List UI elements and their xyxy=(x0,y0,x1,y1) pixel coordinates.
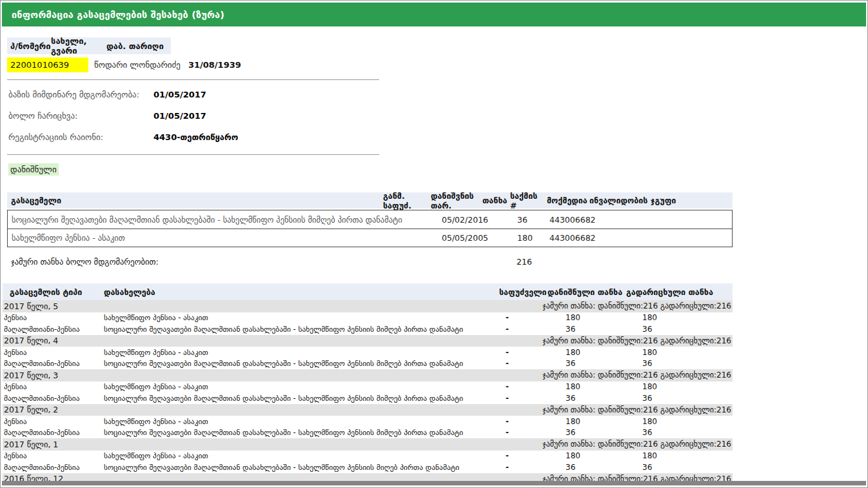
cell-date: 05/02/2016 xyxy=(435,215,504,225)
horizontal-scrollbar[interactable] xyxy=(2,481,866,485)
report-page: ინფორმაცია გასაცემლების შესახებ (ზურა) პ… xyxy=(0,0,868,488)
cell-payable-type: მაღალმთიანი-პენსია xyxy=(3,359,104,368)
cell-name: სოციალური შეღავათები მაღალმთიან დასახლებ… xyxy=(104,325,499,334)
cell-payable-type: პენსია xyxy=(3,451,104,460)
history-table-row: პენსია სახელმწიფო პენსია - ასაკით - 180 … xyxy=(3,312,733,324)
cell-basis: - xyxy=(499,394,547,403)
history-table-row: მაღალმთიანი-პენსია სოციალური შეღავათები … xyxy=(3,358,733,370)
history-table-row: პენსია სახელმწიფო პენსია - ასაკით - 180 … xyxy=(3,347,733,358)
cell-appointed-amount: 36 xyxy=(547,359,626,368)
cell-basis: - xyxy=(499,359,547,368)
person-full-name: წოდარი ლონდარიძე xyxy=(94,60,181,70)
detail-value: 4430-თეთრიწყარო xyxy=(153,132,238,142)
cell-appointed-amount: 180 xyxy=(547,382,626,391)
col-header-assignment-date: დანიშვნის თარ. xyxy=(431,191,482,210)
cell-name: სოციალური შეღავათები მაღალმთიან დასახლებ… xyxy=(104,463,499,472)
history-group-header-row: 2017 წელი, 3 ჯამური თანხა: დანიშნული:216… xyxy=(3,369,733,381)
total-amount: 216 xyxy=(504,257,540,267)
group-period: 2017 წელი, 4 xyxy=(3,336,58,345)
col-header-case-number: საქმის # xyxy=(510,191,547,210)
page-title-bar: ინფორმაცია გასაცემლების შესახებ (ზურა) xyxy=(2,3,866,26)
payment-history-table: გასაცემლის ტიპი დასახელება საფუძველი დან… xyxy=(3,283,733,488)
cell-name: სოციალური შეღავათები მაღალმთიან დასახლებ… xyxy=(104,428,499,437)
cell-transferred-amount: 180 xyxy=(626,451,733,460)
detail-row-last-transfer: ბოლო ჩარიცხვა: 01/05/2017 xyxy=(8,105,867,127)
history-table-row: პენსია სახელმწიფო პენსია - ასაკით - 180 … xyxy=(3,451,733,462)
cell-name: სახელმწიფო პენსია - ასაკით xyxy=(104,382,499,391)
detail-value: 01/05/2017 xyxy=(153,111,206,121)
cell-appointed-amount: 180 xyxy=(547,348,626,357)
details-block: ბაზის მიმდინარე მდგომარეობა: 01/05/2017 … xyxy=(8,84,867,148)
col-header-appointed-amount: დანიშნული თანხა xyxy=(547,287,626,297)
history-group-header-row: 2017 წელი, 5 ჯამური თანხა: დანიშნული:216… xyxy=(3,300,733,312)
detail-label: რეგისტრაციის რაიონი: xyxy=(8,132,153,142)
cell-payable-type: მაღალმთიანი-პენსია xyxy=(3,428,104,437)
cell-transferred-amount: 36 xyxy=(626,325,733,334)
col-header-payable: გასაცემელი xyxy=(7,196,383,205)
cell-basis: - xyxy=(499,451,547,460)
group-period: 2017 წელი, 5 xyxy=(3,301,58,311)
assigned-payments-table: გასაცემელი განმ. საფუძ. დანიშვნის თარ. თ… xyxy=(7,192,733,270)
history-table-row: პენსია სახელმწიფო პენსია - ასაკით - 180 … xyxy=(3,416,733,427)
cell-basis: - xyxy=(499,382,547,391)
assigned-section-badge[interactable]: დანიშნული xyxy=(8,163,59,176)
assigned-table-total-row: ჯამური თანხა ბოლო მდგომარეობით: 216 xyxy=(7,252,733,270)
assigned-table-row: სოციალური შეღავათები მაღალმთიან დასახლებ… xyxy=(8,210,732,229)
cell-appointed-amount: 180 xyxy=(547,313,626,322)
group-summary: ჯამური თანხა: დანიშნული:216 გადარიცხული:… xyxy=(542,440,733,449)
cell-appointed-amount: 36 xyxy=(547,428,626,437)
cell-transferred-amount: 180 xyxy=(626,313,733,322)
group-period: 2017 წელი, 3 xyxy=(3,371,58,380)
cell-case-number: 443006682 xyxy=(541,215,732,225)
col-header-transferred-amount: გადარიცხული თანხა xyxy=(626,287,733,297)
cell-name: სოციალური შეღავათები მაღალმთიან დასახლებ… xyxy=(104,359,499,368)
history-group-header-row: 2017 წელი, 2 ჯამური თანხა: დანიშნული:216… xyxy=(3,404,733,416)
col-header-basis: განმ. საფუძ. xyxy=(383,191,431,210)
cell-appointed-amount: 36 xyxy=(547,463,626,472)
report-content: პ/ნომერი სახელი, გვარი დაბ. თარიღი 22001… xyxy=(1,37,867,488)
cell-payable-type: პენსია xyxy=(3,313,104,322)
divider xyxy=(7,79,379,80)
history-table-row: მაღალმთიანი-პენსია სოციალური შეღავათები … xyxy=(3,323,733,335)
cell-amount: 180 xyxy=(504,233,541,243)
cell-basis: - xyxy=(499,325,547,334)
col-header-disability-group: ინვალიდობის ჯგუფი xyxy=(589,196,733,205)
cell-appointed-amount: 36 xyxy=(547,325,626,334)
cell-payable-type: პენსია xyxy=(3,382,104,391)
assigned-table-row: სახელმწიფო პენსია - ასაკით 05/05/2005 18… xyxy=(8,229,732,247)
cell-transferred-amount: 180 xyxy=(626,382,733,391)
history-table-row: მაღალმთიანი-პენსია სოციალური შეღავათები … xyxy=(3,427,733,439)
col-header-name: დასახელება xyxy=(104,287,499,297)
cell-name: სახელმწიფო პენსია - ასაკით xyxy=(104,313,499,322)
col-header-basis: საფუძველი xyxy=(499,287,547,297)
col-header-birth-date: დაბ. თარიღი xyxy=(106,41,171,51)
history-groups: 2017 წელი, 5 ჯამური თანხა: დანიშნული:216… xyxy=(3,300,733,488)
cell-basis: - xyxy=(499,463,547,472)
cell-transferred-amount: 36 xyxy=(626,394,733,403)
history-table-header-row: გასაცემლის ტიპი დასახელება საფუძველი დან… xyxy=(3,283,733,300)
cell-basis: - xyxy=(499,348,547,357)
history-table-row: პენსია სახელმწიფო პენსია - ასაკით - 180 … xyxy=(3,381,733,393)
history-table-row: მაღალმთიანი-პენსია სოციალური შეღავათები … xyxy=(3,462,733,473)
cell-payable: სოციალური შეღავათები მაღალმთიან დასახლებ… xyxy=(8,215,435,225)
cell-transferred-amount: 36 xyxy=(626,463,733,472)
col-header-personal-number: პ/ნომერი xyxy=(7,41,51,51)
personal-number-highlighted: 22001010639 xyxy=(7,57,88,72)
cell-basis: - xyxy=(499,417,547,426)
history-group-header-row: 2017 წელი, 4 ჯამური თანხა: დანიშნული:216… xyxy=(3,335,733,347)
history-table-row: მაღალმთიანი-პენსია სოციალური შეღავათები … xyxy=(3,392,733,404)
cell-case-number: 443006682 xyxy=(541,233,732,243)
group-period: 2017 წელი, 2 xyxy=(3,405,58,414)
total-label: ჯამური თანხა ბოლო მდგომარეობით: xyxy=(7,257,435,267)
detail-row-registration-district: რეგისტრაციის რაიონი: 4430-თეთრიწყარო xyxy=(8,127,867,148)
cell-transferred-amount: 180 xyxy=(626,417,733,426)
cell-basis: - xyxy=(499,313,547,322)
assigned-table-body: სოციალური შეღავათები მაღალმთიან დასახლებ… xyxy=(7,210,733,247)
history-group-header-row: 2017 წელი, 1 ჯამური თანხა: დანიშნული:216… xyxy=(3,438,733,451)
person-info-header-row: პ/ნომერი სახელი, გვარი დაბ. თარიღი xyxy=(7,37,171,54)
cell-appointed-amount: 180 xyxy=(547,451,626,460)
cell-appointed-amount: 180 xyxy=(547,417,626,426)
group-summary: ჯამური თანხა: დანიშნული:216 გადარიცხული:… xyxy=(542,405,733,414)
col-header-name-surname: სახელი, გვარი xyxy=(51,36,106,56)
person-info-row: 22001010639 წოდარი ლონდარიძე 31/08/1939 xyxy=(7,56,867,73)
